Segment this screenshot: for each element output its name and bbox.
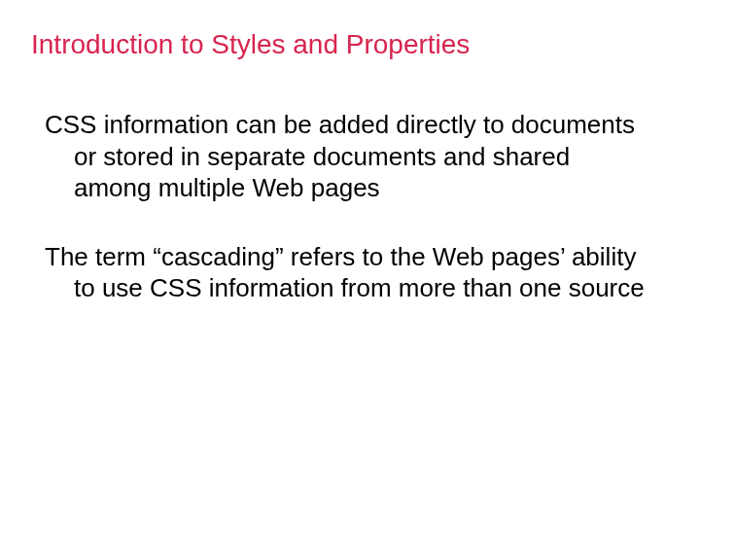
paragraph-1: CSS information can be added directly to… [45,109,646,204]
slide-container: Introduction to Styles and Properties CS… [0,0,735,560]
paragraph-2: The term “cascading” refers to the Web p… [45,241,646,304]
slide-title: Introduction to Styles and Properties [31,29,704,60]
slide-body: CSS information can be added directly to… [31,109,704,304]
